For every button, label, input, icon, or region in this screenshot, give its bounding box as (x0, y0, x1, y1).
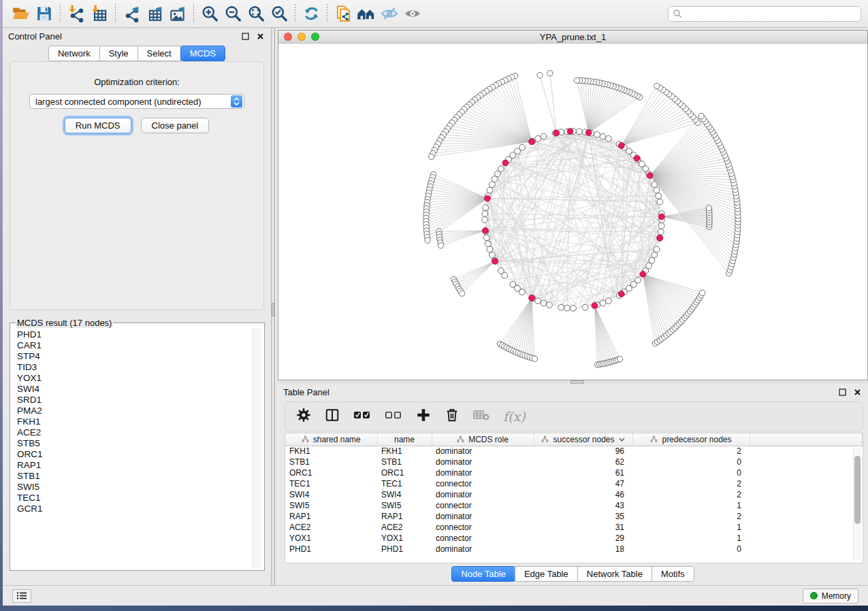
tab-select[interactable]: Select (138, 46, 181, 61)
mcds-result-item[interactable]: PMA2 (17, 406, 261, 416)
function-builder-button: f(x) (503, 409, 526, 424)
zoom-fit-icon (247, 5, 266, 22)
mcds-result-item[interactable]: YOX1 (17, 373, 261, 384)
mcds-result-item[interactable]: SWI5 (17, 482, 261, 493)
mcds-result-item[interactable]: SRD1 (17, 395, 261, 406)
table-row[interactable]: STB1STB1dominator620 (285, 457, 863, 467)
zoom-in-button[interactable] (198, 3, 221, 24)
column-header-name[interactable]: name (377, 433, 432, 446)
first-neighbors-button[interactable] (355, 3, 378, 24)
show-all-button[interactable] (401, 3, 424, 24)
split-columns-icon (325, 408, 340, 425)
run-mcds-button[interactable]: Run MCDS (65, 118, 131, 133)
float-window-icon[interactable] (837, 387, 848, 397)
splitter-grabber[interactable] (272, 303, 274, 316)
table-cell: connector (432, 500, 534, 511)
clone-network-button[interactable] (332, 3, 355, 24)
add-column-icon (416, 408, 431, 425)
table-scrollbar-thumb[interactable] (854, 456, 861, 524)
mcds-result-item[interactable]: ACE2 (17, 427, 261, 438)
export-image-button[interactable] (166, 3, 189, 24)
satellite-nodes[interactable] (423, 71, 741, 368)
mcds-result-item[interactable]: STB5 (17, 438, 261, 449)
export-network-button[interactable] (120, 3, 143, 24)
tab-node-table[interactable]: Node Table (451, 566, 515, 582)
criterion-select[interactable]: largest connected component (undirected) (29, 94, 244, 109)
mcds-result-item[interactable]: SWI4 (17, 384, 261, 395)
mcds-result-item[interactable]: RAP1 (17, 460, 261, 471)
mcds-result-item[interactable]: GCR1 (17, 503, 261, 514)
result-scrollbar[interactable] (253, 328, 261, 567)
table-cell (750, 533, 863, 544)
mcds-result-item[interactable]: CAR1 (17, 340, 261, 351)
mcds-result-item[interactable]: TID3 (17, 362, 261, 373)
zoom-out-button[interactable] (221, 3, 244, 24)
table-row[interactable]: ACE2ACE2connector311 (285, 522, 863, 533)
tab-mcds[interactable]: MCDS (180, 46, 225, 61)
network-canvas[interactable] (278, 44, 867, 380)
tab-motifs[interactable]: Motifs (652, 566, 694, 582)
zoom-selected-button[interactable] (268, 3, 291, 24)
table-row[interactable]: SWI5SWI5connector431 (285, 500, 863, 511)
table-cell: SWI5 (285, 500, 377, 511)
column-header-shared-name[interactable]: shared name (285, 433, 377, 446)
show-all-icon (403, 5, 422, 22)
export-table-button[interactable] (143, 3, 166, 24)
table-cell: 61 (534, 467, 632, 478)
main-toolbar (3, 0, 868, 28)
split-columns-button[interactable] (325, 408, 340, 425)
export-image-icon (168, 5, 187, 22)
table-row[interactable]: FKH1FKH1dominator962 (285, 446, 863, 457)
task-history-button[interactable] (12, 589, 31, 603)
save-button[interactable] (33, 3, 56, 24)
table-row[interactable]: PHD1PHD1dominator180 (285, 544, 863, 555)
close-panel-button[interactable]: Close panel (141, 118, 210, 133)
import-network-button[interactable] (65, 3, 88, 24)
memory-status-icon (810, 592, 818, 599)
search-input[interactable] (682, 9, 856, 18)
mcds-result-item[interactable]: STB1 (17, 471, 261, 482)
column-header-successor-nodes[interactable]: successor nodes (534, 433, 632, 446)
table-cell: TEC1 (285, 478, 377, 489)
select-all-rows-button[interactable] (353, 409, 371, 424)
mcds-result-item[interactable]: STP4 (17, 351, 261, 362)
open-file-button[interactable] (10, 3, 33, 24)
zoom-fit-button[interactable] (244, 3, 268, 24)
table-cell: FKH1 (285, 446, 377, 457)
tab-network-table[interactable]: Network Table (577, 566, 652, 582)
table-row[interactable]: TEC1TEC1connector472 (285, 478, 863, 489)
mcds-result-item[interactable]: PHD1 (17, 329, 261, 340)
deselect-all-rows-button[interactable] (385, 409, 402, 424)
table-cell (750, 489, 863, 500)
close-panel-icon[interactable] (255, 31, 266, 41)
refresh-button[interactable] (300, 3, 323, 24)
mcds-result-item[interactable]: TEC1 (17, 493, 261, 503)
table-row[interactable]: SWI4SWI4dominator462 (285, 489, 863, 500)
table-row[interactable]: ORC1ORC1dominator610 (285, 467, 863, 478)
column-header-MCDS-role[interactable]: MCDS role (432, 433, 534, 446)
settings-gear-button[interactable] (296, 408, 311, 425)
close-panel-icon[interactable] (852, 387, 863, 397)
tab-network[interactable]: Network (48, 46, 100, 61)
tab-style[interactable]: Style (99, 46, 138, 61)
table-cell: connector (432, 522, 534, 533)
table-cell: connector (432, 478, 534, 489)
import-table-button[interactable] (88, 3, 111, 24)
table-row[interactable]: YOX1YOX1connector291 (285, 533, 863, 544)
memory-button[interactable]: Memory (803, 589, 858, 604)
column-header-predecessor-nodes[interactable]: predecessor nodes (632, 433, 750, 446)
delete-column-button[interactable] (445, 408, 460, 425)
toolbar-separator (115, 4, 116, 23)
mcds-result-item[interactable]: FKH1 (17, 416, 261, 427)
hide-selected-button[interactable] (378, 3, 401, 24)
memory-label: Memory (822, 591, 851, 601)
table-cell: 2 (632, 511, 750, 522)
float-window-icon[interactable] (240, 31, 251, 41)
tab-edge-table[interactable]: Edge Table (515, 566, 578, 582)
mcds-result-item[interactable]: ORC1 (17, 449, 261, 460)
clone-network-icon (334, 5, 353, 22)
table-cell: RAP1 (377, 511, 432, 522)
table-row[interactable]: RAP1RAP1dominator352 (285, 511, 863, 522)
add-column-button[interactable] (416, 408, 431, 425)
table-cell: 18 (534, 544, 632, 555)
